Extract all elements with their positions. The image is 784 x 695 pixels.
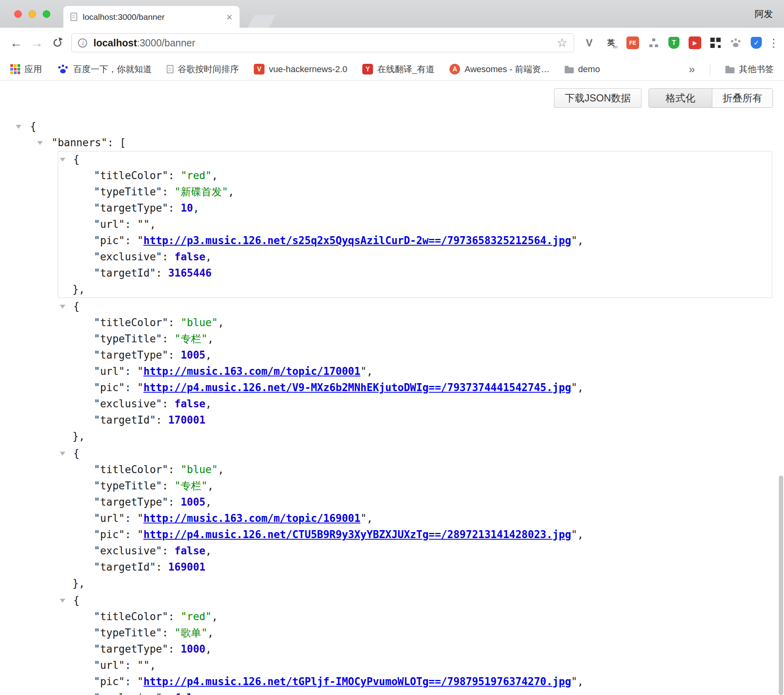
bookmark-item[interactable]: AAwesomes - 前端资… xyxy=(449,63,550,75)
json-punct: : xyxy=(162,627,174,639)
json-punct: , xyxy=(207,333,214,345)
json-punct: " xyxy=(137,382,144,393)
json-punct: " xyxy=(137,529,144,540)
bookmark-item[interactable]: Vvue-hackernews-2.0 xyxy=(254,64,347,74)
page-info-icon[interactable]: i xyxy=(78,38,87,48)
json-line: "targetType": 1005, xyxy=(58,347,772,363)
org-chart-icon[interactable] xyxy=(648,37,659,48)
blue-shield-icon[interactable]: ✓ xyxy=(751,37,762,49)
json-punct: : xyxy=(168,170,181,181)
fullscreen-window-button[interactable] xyxy=(43,10,50,18)
json-punct: : xyxy=(168,611,181,622)
bookmark-item[interactable]: Y在线翻译_有道 xyxy=(362,63,434,75)
url-bar[interactable]: i localhost:3000/banner ☆ xyxy=(71,33,574,52)
bookmark-label: demo xyxy=(578,64,600,74)
json-link[interactable]: http://p4.music.126.net/CTU5B9R9y3XyYBZX… xyxy=(143,529,571,540)
json-string-value: "专栏" xyxy=(175,480,207,492)
profile-name: 阿发 xyxy=(755,0,773,28)
json-link[interactable]: http://p4.music.126.net/tGPljf-IMOCyPvum… xyxy=(143,676,571,687)
json-punct: : xyxy=(125,529,137,540)
json-line: }, xyxy=(58,575,772,592)
json-line: { xyxy=(58,445,772,462)
bookmark-item[interactable]: 百度一下，你就知道 xyxy=(57,63,152,75)
bookmark-item[interactable]: 谷歌按时间排序 xyxy=(167,63,239,75)
bookmark-item[interactable]: demo xyxy=(565,64,600,74)
json-number-value: false xyxy=(175,398,206,410)
ext-sub-label: en xyxy=(613,44,618,49)
play-button-icon[interactable]: ▶ xyxy=(689,36,701,49)
json-punct: , xyxy=(577,235,584,246)
json-key: "exclusive" xyxy=(94,545,162,557)
bookmark-label: 在线翻译_有道 xyxy=(377,63,434,75)
collapse-toggle[interactable] xyxy=(60,305,65,309)
json-punct: : xyxy=(125,676,137,687)
json-number-value: false xyxy=(175,692,206,695)
collapse-toggle[interactable] xyxy=(60,599,65,603)
collapse-toggle[interactable] xyxy=(16,125,21,129)
awesomes-favicon: A xyxy=(449,64,460,74)
minimize-window-button[interactable] xyxy=(29,10,36,18)
page-content: 下载JSON数据 格式化 折叠所有 {"banners": [{"titleCo… xyxy=(0,81,784,695)
collapse-toggle[interactable] xyxy=(37,141,43,145)
forward-button[interactable]: → xyxy=(28,36,46,50)
close-window-button[interactable] xyxy=(14,10,22,18)
folder-icon xyxy=(725,67,735,73)
tab-close-icon[interactable]: × xyxy=(226,12,232,22)
bookmark-apps[interactable]: 应用 xyxy=(10,63,42,75)
json-number-value: false xyxy=(175,545,206,557)
json-punct: : xyxy=(156,414,168,426)
json-punct: , xyxy=(207,627,214,639)
json-line: "typeTitle": "新碟首发", xyxy=(58,184,772,200)
fe-helper-icon[interactable]: FE xyxy=(626,36,639,49)
json-line: { xyxy=(58,592,772,609)
json-punct: , xyxy=(193,202,199,214)
json-punct: : xyxy=(168,349,181,361)
json-line: "pic": "http://p4.music.126.net/V9-MXz6b… xyxy=(58,380,772,396)
kebab-menu-icon[interactable]: ⋮ xyxy=(768,36,777,50)
json-punct: { xyxy=(73,447,80,459)
paw-print-icon[interactable] xyxy=(730,38,742,48)
v-letter-icon[interactable]: V xyxy=(583,36,596,49)
json-punct: " xyxy=(137,365,144,377)
other-bookmarks[interactable]: 其他书签 xyxy=(725,63,774,75)
download-json-button[interactable]: 下载JSON数据 xyxy=(554,88,641,108)
json-key: "targetId" xyxy=(94,561,156,573)
json-key: "targetType" xyxy=(94,349,168,361)
reload-button[interactable] xyxy=(48,39,67,47)
green-shield-icon[interactable]: T xyxy=(668,37,679,49)
json-punct: " xyxy=(360,365,367,377)
json-key: "banners" xyxy=(51,137,107,149)
banner-object: {"titleColor": "blue","typeTitle": "专栏",… xyxy=(58,445,772,592)
json-root-open: { xyxy=(0,118,784,135)
json-line: "targetId": 3165446 xyxy=(58,265,772,281)
pencil-translate-icon[interactable]: 英en xyxy=(605,36,617,49)
scrollbar-thumb[interactable] xyxy=(779,475,783,695)
json-link[interactable]: http://p4.music.126.net/V9-MXz6b2MNhEKju… xyxy=(143,382,571,393)
json-string-value: "blue" xyxy=(181,317,218,328)
bookmark-label: Awesomes - 前端资… xyxy=(464,63,550,75)
format-button[interactable]: 格式化 xyxy=(649,89,712,107)
json-link[interactable]: http://p3.music.126.net/s25q2x5QyqsAzilC… xyxy=(143,235,571,246)
bookmark-star-icon[interactable]: ☆ xyxy=(557,37,567,49)
collapse-toggle[interactable] xyxy=(60,452,65,456)
json-line: }, xyxy=(58,428,772,445)
json-punct: , xyxy=(211,611,218,622)
json-punct: : xyxy=(125,382,137,393)
json-punct: , xyxy=(577,676,584,687)
json-string-value: "专栏" xyxy=(175,333,207,345)
collapse-toggle[interactable] xyxy=(60,158,65,162)
json-punct: " xyxy=(360,512,367,524)
json-punct: , xyxy=(218,317,224,328)
json-line: "exclusive": false, xyxy=(58,396,772,412)
back-button[interactable]: ← xyxy=(7,36,25,50)
json-punct: , xyxy=(206,643,212,655)
qr-code-icon[interactable] xyxy=(710,38,721,48)
collapse-all-button[interactable]: 折叠所有 xyxy=(712,89,773,107)
json-link[interactable]: http://music.163.com/m/topic/169001 xyxy=(143,512,360,524)
new-tab-button[interactable] xyxy=(247,15,276,28)
browser-tab[interactable]: localhost:3000/banner × xyxy=(63,6,240,28)
bookmarks-overflow-chevron[interactable]: » xyxy=(689,63,695,76)
json-punct: " xyxy=(571,529,577,540)
json-link[interactable]: http://music.163.com/m/topic/170001 xyxy=(143,365,360,377)
json-punct: : xyxy=(125,659,137,671)
